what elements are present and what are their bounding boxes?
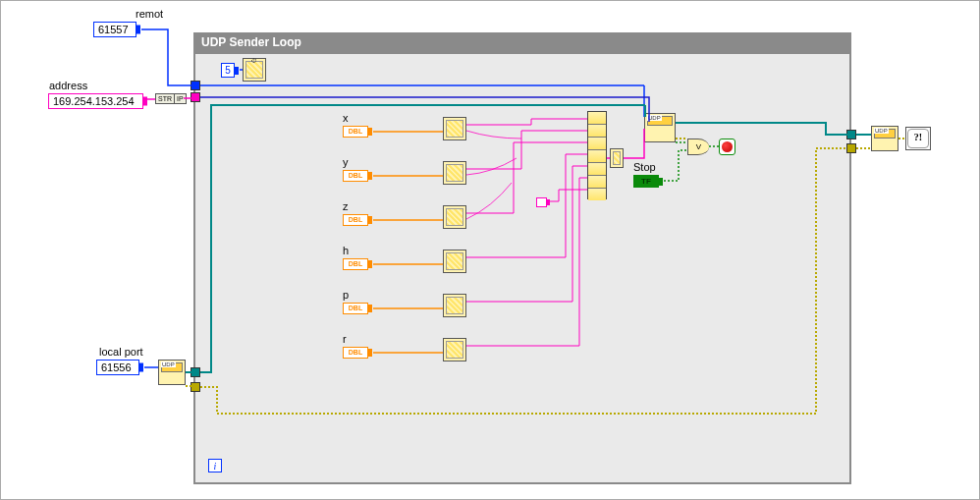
- channel-h-label: h: [343, 245, 349, 256]
- channel-x-label: x: [343, 112, 349, 124]
- channel-y-label: y: [343, 156, 349, 168]
- channel-p-terminal[interactable]: DBL: [343, 303, 368, 314]
- stop-label: Stop: [633, 161, 656, 173]
- tunnel-udp-refnum-in: [191, 367, 200, 377]
- channel-h-terminal[interactable]: DBL: [343, 258, 368, 270]
- channel-x-terminal[interactable]: DBL: [343, 126, 368, 138]
- format-x-node: [443, 117, 466, 140]
- flatten-node: [610, 148, 624, 168]
- udp-open-node: UDP: [158, 360, 186, 385]
- channel-z-label: z: [343, 200, 349, 212]
- tunnel-error-out: [846, 143, 856, 153]
- local-port-control[interactable]: 61556: [96, 360, 139, 375]
- format-y-node: [443, 161, 466, 185]
- channel-p-label: p: [343, 289, 349, 301]
- format-h-node: [443, 250, 466, 273]
- while-loop: [193, 32, 851, 484]
- channel-z-terminal[interactable]: DBL: [343, 214, 368, 226]
- local-port-label: local port: [99, 346, 143, 358]
- udp-close-node: UDP: [871, 126, 898, 151]
- wait-ms-constant[interactable]: 5: [221, 63, 235, 78]
- udp-close-tag: UDP: [874, 128, 889, 134]
- wait-ms-node: ⏱: [243, 58, 266, 82]
- remote-port-label: remot: [136, 8, 163, 20]
- udp-write-node: UDP: [644, 113, 676, 142]
- format-r-node: [443, 338, 466, 361]
- address-label: address: [49, 80, 87, 91]
- tunnel-error-in: [191, 382, 200, 392]
- or-gate: V: [687, 139, 709, 155]
- channel-r-terminal[interactable]: DBL: [343, 347, 368, 359]
- loop-iteration-terminal: i: [208, 459, 222, 472]
- stop-control[interactable]: TF: [633, 175, 659, 188]
- string-to-ip-node: STR IP: [155, 93, 187, 104]
- str-tag: STR: [156, 94, 174, 103]
- format-p-node: [443, 294, 466, 317]
- address-control[interactable]: 169.254.153.254: [48, 93, 143, 109]
- format-z-node: [443, 205, 466, 229]
- channel-r-label: r: [343, 333, 347, 345]
- delimiter-constant[interactable]: [536, 197, 547, 207]
- udp-open-tag: UDP: [161, 361, 176, 367]
- channel-y-terminal[interactable]: DBL: [343, 170, 368, 182]
- simple-error-handler: [905, 127, 931, 150]
- concatenate-strings-node: [587, 111, 607, 199]
- tunnel-remote-port: [191, 81, 200, 90]
- remote-port-control[interactable]: 61557: [93, 22, 136, 37]
- udp-write-tag: UDP: [647, 115, 662, 121]
- tunnel-udp-refnum-out: [846, 130, 856, 139]
- tunnel-address: [191, 92, 200, 102]
- loop-condition-terminal: [719, 139, 735, 155]
- ip-tag: IP: [174, 94, 186, 103]
- while-loop-title: UDP Sender Loop: [193, 32, 851, 54]
